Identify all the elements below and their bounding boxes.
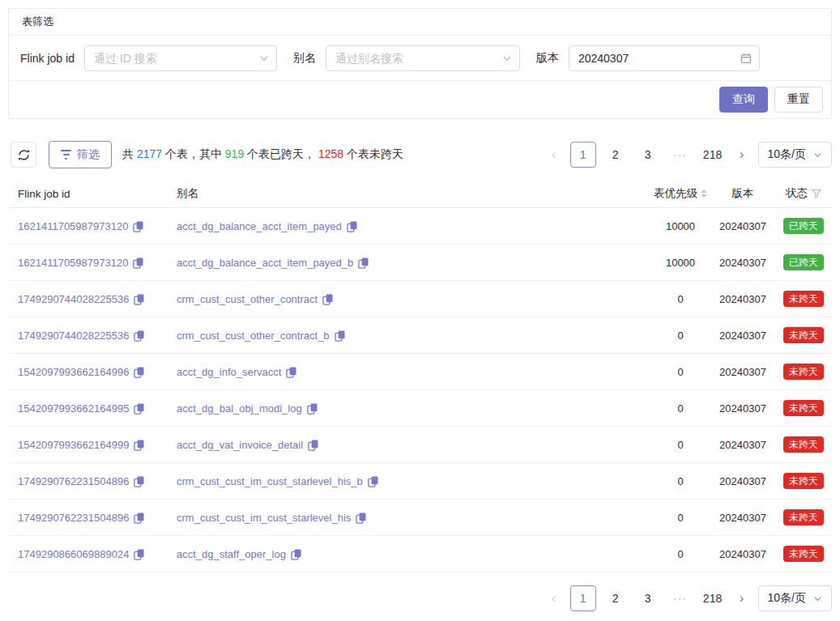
job-id-link[interactable]: 1749290744028225536 [18, 293, 129, 305]
page-button-3[interactable]: 3 [635, 142, 661, 168]
col-header-version: 版本 [710, 186, 775, 201]
job-id-link[interactable]: 1621411705987973120 [18, 257, 128, 269]
cell-flink-job-id: 1749290762231504896 [8, 511, 177, 524]
page-button-2[interactable]: 2 [603, 585, 629, 611]
pagination: ‹ 123···218 › 10条/页 [544, 142, 832, 168]
copy-icon[interactable] [356, 513, 366, 524]
job-id-input[interactable] [84, 45, 277, 71]
copy-icon[interactable] [286, 367, 296, 378]
page-size-value: 10条/页 [768, 591, 806, 606]
chevron-down-icon [813, 594, 822, 603]
alias-link[interactable]: crm_cust_cust_other_contract [177, 293, 318, 305]
copy-icon[interactable] [134, 403, 144, 415]
summary-text: 共 2177 个表，其中 919 个表已跨天， 1258 个表未跨天 [122, 147, 403, 162]
page-size-select[interactable]: 10条/页 [758, 585, 832, 611]
cell-flink-job-id: 1621411705987973120 [8, 219, 177, 232]
alias-link[interactable]: acct_dg_vat_invoice_detail [177, 439, 303, 451]
copy-icon[interactable] [307, 403, 318, 415]
copy-icon[interactable] [134, 440, 144, 451]
table-row: 1749290744028225536 crm_cust_cust_other_… [8, 281, 832, 317]
version-input[interactable] [569, 45, 760, 71]
cell-status: 未跨天 [775, 436, 832, 453]
version-value: 20240307 [719, 293, 766, 305]
cell-priority: 0 [650, 548, 710, 560]
alias-link[interactable]: crm_cust_cust_other_contract_b [177, 330, 330, 342]
alias-link[interactable]: acct_dg_staff_oper_log [177, 548, 286, 560]
copy-icon[interactable] [134, 330, 144, 342]
copy-icon[interactable] [322, 294, 333, 305]
job-id-link[interactable]: 1749290762231504896 [18, 512, 129, 524]
next-page-icon[interactable]: › [732, 142, 752, 168]
cell-version: 20240307 [710, 366, 775, 378]
copy-icon[interactable] [134, 513, 144, 524]
sort-icon[interactable] [701, 189, 707, 198]
search-button[interactable]: 查询 [719, 87, 768, 113]
version-date-picker[interactable] [569, 45, 760, 71]
cell-alias: acct_dg_bal_obj_modi_log [177, 402, 650, 415]
prev-page-icon[interactable]: ‹ [544, 585, 564, 611]
table-row: 1621411705987973120 acct_dg_balance_acct… [8, 208, 832, 245]
alias-link[interactable]: acct_dg_balance_acct_item_payed [177, 220, 342, 232]
copy-icon[interactable] [347, 221, 357, 232]
col-header-flink-job-id: Flink job id [8, 188, 177, 200]
alias-input[interactable] [326, 45, 520, 71]
copy-icon[interactable] [133, 221, 143, 232]
copy-icon[interactable] [308, 440, 318, 451]
job-id-link[interactable]: 1749290762231504896 [18, 475, 129, 487]
job-id-link[interactable]: 1542097993662164999 [18, 439, 129, 451]
reset-button[interactable]: 重置 [774, 87, 823, 113]
alias-link[interactable]: crm_cust_cust_im_cust_starlevel_his [177, 512, 351, 524]
page-button-1[interactable]: 1 [570, 585, 596, 611]
alias-select[interactable] [326, 45, 520, 71]
page-ellipsis: ··· [667, 142, 693, 168]
alias-link[interactable]: crm_cust_cust_im_cust_starlevel_his_b [177, 475, 363, 487]
cell-flink-job-id: 1542097993662164996 [8, 365, 177, 378]
page-button-3[interactable]: 3 [635, 585, 661, 611]
alias-link[interactable]: acct_dg_info_servacct [177, 366, 281, 378]
cell-priority: 0 [650, 366, 710, 378]
next-page-icon[interactable]: › [732, 585, 752, 611]
copy-icon[interactable] [335, 330, 345, 342]
cell-status: 未跨天 [775, 473, 832, 489]
job-id-link[interactable]: 1621411705987973120 [18, 220, 128, 232]
cell-status: 已跨天 [775, 218, 832, 234]
cell-priority: 0 [650, 293, 710, 305]
filter-card-title: 表筛选 [9, 9, 831, 36]
alias-link[interactable]: acct_dg_bal_obj_modi_log [177, 402, 302, 415]
funnel-filter-icon[interactable] [812, 189, 821, 198]
toolbar: 筛选 共 2177 个表，其中 919 个表已跨天， 1258 个表未跨天 ‹ … [8, 141, 832, 168]
page-button-2[interactable]: 2 [603, 142, 629, 168]
copy-icon[interactable] [134, 549, 144, 560]
filter-actions-row: 查询 重置 [9, 81, 831, 118]
copy-icon[interactable] [134, 294, 144, 305]
job-id-select[interactable] [84, 45, 277, 71]
copy-icon[interactable] [134, 476, 144, 487]
job-id-link[interactable]: 1749290744028225536 [18, 330, 129, 342]
cell-flink-job-id: 1542097993662164995 [8, 402, 177, 415]
job-id-link[interactable]: 1542097993662164995 [18, 402, 129, 415]
filter-toggle-button[interactable]: 筛选 [49, 141, 112, 168]
priority-value: 0 [677, 439, 683, 451]
page-button-218[interactable]: 218 [700, 585, 726, 611]
page-size-select[interactable]: 10条/页 [758, 142, 832, 168]
chevron-down-icon [813, 151, 822, 160]
table-row: 1749290744028225536 crm_cust_cust_other_… [8, 317, 832, 354]
job-id-link[interactable]: 1542097993662164996 [18, 366, 129, 378]
alias-link[interactable]: acct_dg_balance_acct_item_payed_b [177, 257, 353, 269]
prev-page-icon[interactable]: ‹ [544, 142, 564, 168]
pagination: ‹ 123···218 › 10条/页 [544, 585, 832, 611]
job-id-link[interactable]: 1749290866069889024 [18, 548, 129, 560]
refresh-button[interactable] [11, 142, 36, 168]
copy-icon[interactable] [358, 257, 369, 269]
copy-icon[interactable] [368, 476, 378, 487]
copy-icon[interactable] [133, 257, 143, 269]
copy-icon[interactable] [134, 367, 144, 378]
page-button-1[interactable]: 1 [570, 142, 596, 168]
page-ellipsis: ··· [667, 585, 693, 611]
version-value: 20240307 [719, 220, 766, 232]
cell-priority: 0 [650, 402, 710, 415]
version-value: 20240307 [719, 366, 766, 378]
copy-icon[interactable] [291, 549, 301, 560]
priority-value: 0 [677, 293, 683, 305]
page-button-218[interactable]: 218 [700, 142, 726, 168]
